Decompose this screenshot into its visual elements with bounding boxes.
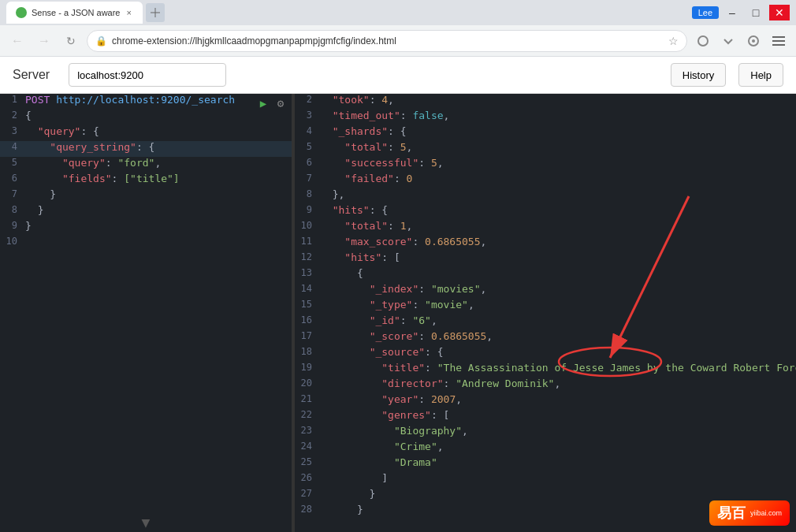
- right-output-panel[interactable]: 2 "took": 4,3 "timed_out": false,4 "_sha…: [295, 94, 796, 532]
- maximize-button[interactable]: □: [746, 5, 766, 20]
- tab-favicon-icon: [16, 7, 27, 18]
- browser-tab[interactable]: Sense - a JSON aware ×: [6, 2, 143, 24]
- extension-icon-1[interactable]: [692, 30, 714, 52]
- left-line-9: 9}: [0, 220, 292, 236]
- svg-point-3: [752, 39, 755, 43]
- forward-button[interactable]: →: [33, 30, 55, 52]
- address-text: chrome-extension://lhjgkmllcaadmopgmanpa…: [112, 35, 664, 47]
- reload-button[interactable]: ↻: [60, 30, 82, 52]
- svg-rect-6: [772, 44, 785, 46]
- close-button[interactable]: ✕: [769, 5, 790, 20]
- extension-icon-2[interactable]: [717, 30, 739, 52]
- right-line-7: 7 "failed": 0: [295, 173, 796, 188]
- left-line-2: 2{: [0, 110, 292, 125]
- bookmark-icon[interactable]: ☆: [668, 35, 679, 47]
- left-line-4: 4 "query_string": {: [0, 141, 292, 157]
- right-line-18: 18 "_source": {: [295, 346, 796, 362]
- right-line-3: 3 "timed_out": false,: [295, 110, 796, 125]
- menu-button[interactable]: [768, 30, 790, 52]
- right-line-22: 22 "genres": [: [295, 409, 796, 425]
- right-line-11: 11 "max_score": 0.6865055,: [295, 236, 796, 251]
- run-button[interactable]: ▶: [255, 95, 271, 111]
- watermark-text: yiibai.com: [750, 509, 782, 517]
- left-line-6: 6 "fields": ["title"]: [0, 173, 292, 188]
- left-line-3: 3 "query": {: [0, 125, 292, 141]
- right-line-8: 8 },: [295, 188, 796, 204]
- secure-icon: 🔒: [95, 35, 107, 47]
- left-editor-panel[interactable]: 1POST http://localhost:9200/_search2{3 "…: [0, 94, 292, 532]
- new-tab-button[interactable]: [146, 3, 165, 22]
- left-line-5: 5 "query": "ford",: [0, 157, 292, 173]
- right-line-9: 9 "hits": {: [295, 204, 796, 220]
- tab-close-icon[interactable]: ×: [125, 6, 133, 19]
- svg-rect-4: [772, 36, 785, 38]
- left-line-7: 7 }: [0, 188, 292, 204]
- left-line-10: 10: [0, 236, 292, 251]
- app-title: Server: [13, 68, 50, 82]
- extension-icon-3[interactable]: [742, 30, 764, 52]
- right-line-5: 5 "total": 5,: [295, 141, 796, 157]
- scroll-down-icon[interactable]: ▼: [0, 512, 292, 532]
- right-line-20: 20 "director": "Andrew Dominik",: [295, 378, 796, 393]
- right-line-10: 10 "total": 1,: [295, 220, 796, 236]
- right-line-23: 23 "Biography",: [295, 425, 796, 441]
- window-user-label: Lee: [692, 6, 719, 19]
- right-line-19: 19 "title": "The Assassination of Jesse …: [295, 362, 796, 378]
- right-line-14: 14 "_index": "movies",: [295, 283, 796, 299]
- left-line-1: 1POST http://localhost:9200/_search: [0, 94, 292, 110]
- settings-icon[interactable]: ⚙: [273, 95, 288, 111]
- right-line-16: 16 "_id": "6",: [295, 314, 796, 330]
- right-line-12: 12 "hits": [: [295, 251, 796, 267]
- left-line-8: 8 }: [0, 204, 292, 220]
- right-line-17: 17 "_score": 0.6865055,: [295, 330, 796, 346]
- app-header: Server History Help: [0, 57, 796, 94]
- right-line-13: 13 {: [295, 267, 796, 283]
- app-container: Server History Help 1POST http://localho…: [0, 57, 796, 532]
- right-line-2: 2 "took": 4,: [295, 94, 796, 110]
- split-view: 1POST http://localhost:9200/_search2{3 "…: [0, 94, 796, 532]
- left-toolbar: ▶ ⚙: [252, 94, 292, 113]
- history-button[interactable]: History: [671, 63, 726, 87]
- minimize-button[interactable]: –: [722, 5, 742, 20]
- tab-title: Sense - a JSON aware: [32, 8, 121, 17]
- right-line-4: 4 "_shards": {: [295, 125, 796, 141]
- watermark: 易百 yiibai.com: [709, 500, 790, 526]
- right-line-24: 24 "Crime",: [295, 441, 796, 456]
- right-line-25: 25 "Drama": [295, 456, 796, 472]
- right-line-15: 15 "_type": "movie",: [295, 299, 796, 314]
- toolbar-icons: [692, 30, 790, 52]
- svg-rect-5: [772, 40, 785, 42]
- right-line-6: 6 "successful": 5,: [295, 157, 796, 173]
- right-line-21: 21 "year": 2007,: [295, 393, 796, 409]
- window-controls: Lee – □ ✕: [692, 5, 790, 20]
- back-button[interactable]: ←: [6, 30, 28, 52]
- watermark-logo: 易百: [717, 504, 746, 523]
- address-bar[interactable]: 🔒 chrome-extension://lhjgkmllcaadmopgman…: [87, 30, 687, 52]
- help-button[interactable]: Help: [738, 63, 783, 87]
- server-input[interactable]: [69, 63, 226, 87]
- right-line-26: 26 ]: [295, 472, 796, 488]
- browser-titlebar: Sense - a JSON aware × Lee – □ ✕: [0, 0, 796, 25]
- browser-toolbar: ← → ↻ 🔒 chrome-extension://lhjgkmllcaadm…: [0, 25, 796, 57]
- svg-rect-1: [151, 13, 160, 13]
